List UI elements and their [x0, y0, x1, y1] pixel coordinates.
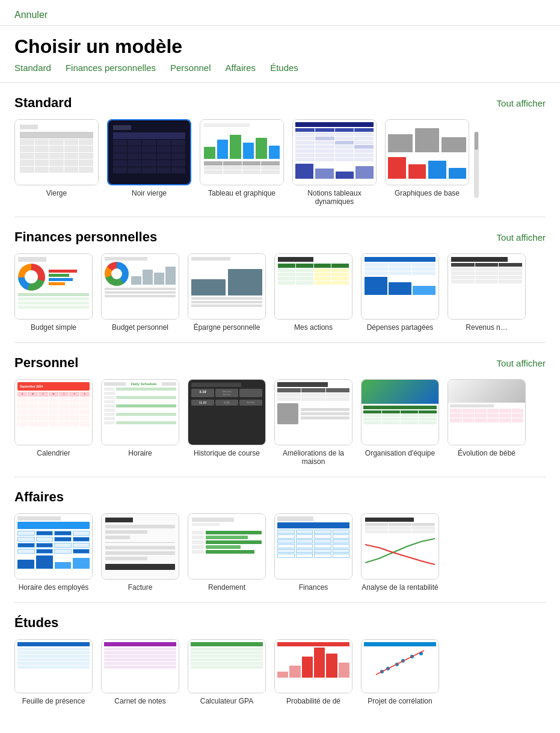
svg-line-6 — [376, 651, 424, 675]
template-calendrier-label: Calendrier — [37, 449, 70, 457]
template-noir-vierge[interactable]: Noir vierge — [107, 119, 191, 206]
finances-templates-row: Budget simple — [14, 253, 546, 336]
template-budget-simple-label: Budget simple — [31, 323, 76, 332]
section-affaires-title: Affaires — [14, 489, 64, 505]
template-feuille-presence[interactable]: Feuille de présence — [14, 639, 93, 705]
template-historique-course[interactable]: 3.19 28m 40s 9m 21s 31.85 — [188, 379, 266, 466]
template-finances[interactable]: Finances — [274, 513, 352, 592]
section-affaires: Affaires — [0, 477, 560, 602]
cancel-button[interactable]: Annuler — [14, 10, 48, 20]
template-evolution-bebe-thumb — [448, 379, 526, 445]
template-calendrier[interactable]: September 2024 S M T W T F S — [14, 379, 93, 466]
template-epargne-label: Épargne personnelle — [194, 323, 260, 332]
top-bar: Annuler — [0, 0, 560, 26]
template-rendement-thumb — [188, 513, 266, 580]
template-mes-actions-label: Mes actions — [294, 323, 333, 332]
template-budget-personnel-label: Budget personnel — [112, 323, 168, 332]
nav-affaires[interactable]: Affaires — [226, 63, 256, 73]
template-calculateur-gpa[interactable]: Calculateur GPA — [188, 639, 266, 705]
section-etudes-title: Études — [14, 615, 58, 631]
template-revenus-nets[interactable]: Revenus n… — [448, 253, 526, 332]
standard-scrollbar[interactable] — [474, 132, 479, 198]
template-probabilite-de-label: Probabilité de dé — [286, 697, 340, 705]
section-personnel-header: Personnel Tout afficher — [14, 355, 546, 371]
template-probabilite-de[interactable]: Probabilité de dé — [274, 639, 352, 705]
template-facture[interactable]: Facture — [101, 513, 179, 592]
template-notions-tableaux-label: Notions tableaux dynamiques — [295, 189, 374, 206]
template-notions-tableaux-thumb — [292, 119, 377, 185]
template-organisation-equipe[interactable]: Organisation d'équipe — [361, 379, 439, 466]
template-analyse-rentabilite-label: Analyse de la rentabilité — [362, 583, 438, 592]
template-calculateur-gpa-thumb — [188, 639, 266, 693]
nav-standard[interactable]: Standard — [14, 63, 51, 73]
template-vierge[interactable]: Vierge — [14, 119, 99, 206]
template-graphiques-base[interactable]: Graphiques de base — [385, 119, 469, 206]
template-probabilite-de-thumb — [274, 639, 352, 693]
show-all-personnel[interactable]: Tout afficher — [497, 358, 546, 368]
nav-finances[interactable]: Finances personnelles — [66, 63, 156, 73]
etudes-templates-row: Feuille de présence Carnet de notes — [14, 639, 546, 710]
affaires-templates: Horaire des employés — [14, 513, 439, 596]
template-calculateur-gpa-label: Calculateur GPA — [200, 697, 253, 705]
section-standard-title: Standard — [14, 95, 72, 111]
etudes-templates: Feuille de présence Carnet de notes — [14, 639, 439, 710]
section-personnel-title: Personnel — [14, 355, 78, 371]
template-horaire-thumb: Daily Schedule — [101, 379, 179, 445]
template-noir-vierge-label: Noir vierge — [132, 189, 167, 197]
template-carnet-notes-label: Carnet de notes — [114, 697, 165, 705]
template-finances-thumb — [274, 513, 352, 580]
template-epargne[interactable]: Épargne personnelle — [188, 253, 266, 332]
template-revenus-nets-thumb — [448, 253, 526, 320]
section-finances: Finances personnelles Tout afficher — [0, 217, 560, 342]
section-etudes: Études Feuille de présence — [0, 603, 560, 716]
template-facture-thumb — [101, 513, 179, 580]
affaires-templates-row: Horaire des employés — [14, 513, 546, 596]
personnel-templates-row: September 2024 S M T W T F S — [14, 379, 546, 471]
template-depenses-partagees-thumb — [361, 253, 439, 320]
section-finances-title: Finances personnelles — [14, 229, 157, 245]
template-projet-correlation-label: Projet de corrélation — [368, 697, 432, 705]
template-horaire-employes[interactable]: Horaire des employés — [14, 513, 93, 592]
template-analyse-rentabilite[interactable]: Analyse de la rentabilité — [361, 513, 439, 592]
template-evolution-bebe[interactable]: Évolution de bébé — [448, 379, 526, 466]
template-notions-tableaux[interactable]: Notions tableaux dynamiques — [292, 119, 377, 206]
section-personnel: Personnel Tout afficher September 2024 S… — [0, 343, 560, 477]
template-tableau-graphique-thumb — [200, 119, 284, 185]
template-depenses-partagees-label: Dépenses partagées — [367, 323, 434, 332]
nav-etudes[interactable]: Études — [270, 63, 298, 73]
template-budget-personnel[interactable]: Budget personnel — [101, 253, 179, 332]
template-mes-actions-thumb — [274, 253, 352, 320]
template-horaire[interactable]: Daily Schedule — [101, 379, 179, 466]
finances-templates: Budget simple — [14, 253, 526, 336]
template-horaire-employes-label: Horaire des employés — [19, 583, 89, 592]
template-ameliorations-maison[interactable]: Améliorations de la maison — [274, 379, 352, 466]
template-feuille-presence-label: Feuille de présence — [22, 697, 85, 705]
template-evolution-bebe-label: Évolution de bébé — [458, 449, 515, 457]
template-mes-actions[interactable]: Mes actions — [274, 253, 352, 332]
nav-personnel[interactable]: Personnel — [170, 63, 211, 73]
template-feuille-presence-thumb — [14, 639, 93, 693]
show-all-standard[interactable]: Tout afficher — [497, 98, 546, 108]
template-finances-label: Finances — [299, 583, 328, 592]
template-tableau-graphique[interactable]: Tableau et graphique — [200, 119, 284, 206]
template-budget-simple[interactable]: Budget simple — [14, 253, 93, 332]
page-title: Choisir un modèle — [0, 26, 560, 63]
template-historique-course-thumb: 3.19 28m 40s 9m 21s 31.85 — [188, 379, 266, 445]
standard-scroll-thumb — [475, 132, 478, 150]
template-depenses-partagees[interactable]: Dépenses partagées — [361, 253, 439, 332]
template-projet-correlation[interactable]: Projet de corrélation — [361, 639, 439, 705]
template-analyse-rentabilite-thumb — [361, 513, 439, 580]
show-all-finances[interactable]: Tout afficher — [497, 232, 546, 243]
template-horaire-employes-thumb — [14, 513, 93, 580]
template-organisation-equipe-thumb — [361, 379, 439, 445]
category-nav: Standard Finances personnelles Personnel… — [0, 63, 560, 83]
template-rendement[interactable]: Rendement — [188, 513, 266, 592]
section-etudes-header: Études — [14, 615, 546, 631]
template-ameliorations-maison-label: Améliorations de la maison — [274, 449, 352, 466]
template-epargne-thumb — [188, 253, 266, 320]
template-revenus-nets-label: Revenus n… — [466, 323, 507, 332]
template-calendrier-thumb: September 2024 S M T W T F S — [14, 379, 93, 445]
template-carnet-notes[interactable]: Carnet de notes — [101, 639, 179, 705]
template-vierge-thumb — [14, 119, 99, 185]
template-budget-personnel-thumb — [101, 253, 179, 320]
